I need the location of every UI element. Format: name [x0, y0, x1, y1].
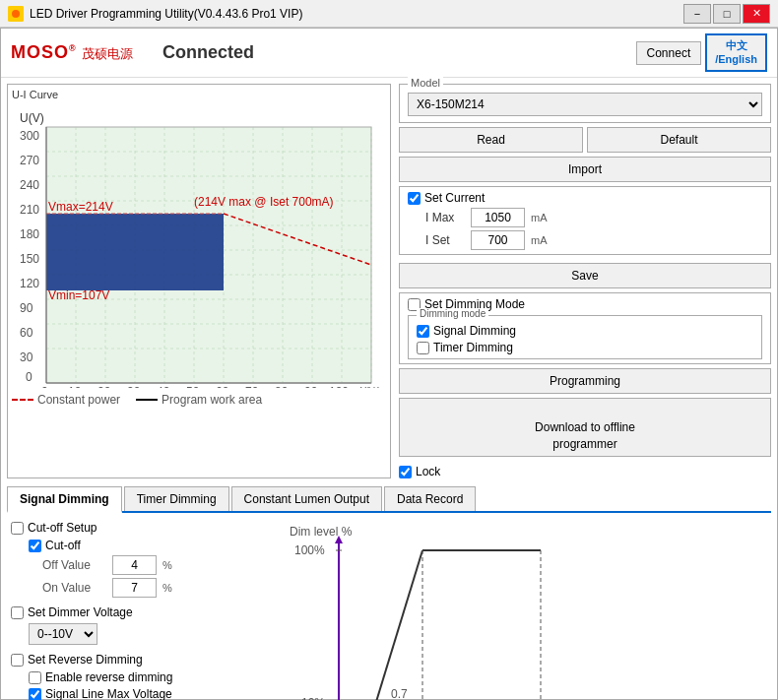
programming-button[interactable]: Programming [399, 368, 771, 394]
minimize-button[interactable]: − [683, 4, 711, 24]
svg-text:100%: 100% [294, 543, 325, 557]
set-dimmer-voltage-checkbox[interactable] [11, 606, 24, 619]
svg-text:Dim level %: Dim level % [290, 525, 353, 539]
timer-dimming-checkbox[interactable] [417, 342, 429, 354]
i-set-row: I Set mA [425, 230, 762, 250]
tab-constant-lumen[interactable]: Constant Lumen Output [231, 486, 382, 511]
voltage-select-row: 0--10V 1--10V [29, 623, 277, 645]
read-button[interactable]: Read [399, 127, 583, 153]
chart-container: U-I Curve U(V) 300 270 240 210 180 150 1… [7, 84, 391, 478]
signal-max-voltage-checkbox[interactable] [29, 688, 41, 700]
svg-text:I(%): I(%) [359, 385, 381, 388]
on-value-input[interactable] [112, 578, 157, 598]
svg-text:90: 90 [20, 301, 33, 315]
svg-text:120: 120 [20, 277, 39, 290]
i-set-label: I Set [425, 233, 465, 247]
y-axis-label: U(V) [20, 111, 44, 125]
tab-signal-dimming[interactable]: Signal Dimming [7, 486, 122, 513]
legend-dash-icon [12, 399, 33, 401]
svg-text:180: 180 [20, 227, 39, 241]
cutoff-checkbox[interactable] [29, 540, 41, 552]
ui-curve-section: U-I Curve U(V) 300 270 240 210 180 150 1… [7, 84, 771, 478]
legend-solid-icon [136, 399, 158, 401]
import-button[interactable]: Import [399, 157, 771, 182]
svg-text:210: 210 [20, 203, 39, 217]
window-controls: − □ ✕ [683, 4, 770, 24]
svg-point-1 [12, 10, 20, 18]
svg-rect-34 [46, 214, 224, 290]
maximize-button[interactable]: □ [713, 4, 741, 24]
off-value-unit: % [162, 559, 172, 571]
tab-content: Cut-off Setup Cut-off Off Value % On Val… [7, 513, 771, 700]
connection-status: Connected [162, 42, 636, 63]
signal-max-voltage-label[interactable]: Signal Line Max Voltage [29, 687, 277, 700]
cutoff-sub: Cut-off Off Value % On Value % [29, 539, 277, 598]
legend-program-area-label: Program work area [162, 393, 262, 407]
language-button[interactable]: 中文 /English [705, 33, 767, 71]
legend-constant-power-label: Constant power [37, 393, 120, 407]
set-reverse-row: Set Reverse Dimming [11, 653, 277, 667]
svg-text:50: 50 [186, 385, 200, 388]
i-max-unit: mA [531, 212, 548, 223]
svg-text:30: 30 [20, 350, 33, 364]
i-max-row: I Max mA [425, 208, 762, 227]
enable-reverse-label[interactable]: Enable reverse dimming [29, 670, 277, 684]
dimming-curve-panel: Dim level % 100% [285, 521, 767, 700]
close-button[interactable]: ✕ [743, 4, 770, 24]
voltage-select[interactable]: 0--10V 1--10V [29, 623, 97, 645]
title-bar: LED Driver Programming Utility(V0.4.43.6… [0, 0, 778, 28]
set-current-label[interactable]: Set Current [408, 191, 762, 205]
svg-text:40: 40 [157, 385, 170, 388]
svg-text:100: 100 [329, 385, 349, 388]
signal-dimming-checkbox[interactable] [417, 325, 429, 338]
dimming-mode-label: Dimming mode [417, 308, 488, 319]
cutoff-label[interactable]: Cut-off [29, 539, 277, 552]
svg-text:0.7: 0.7 [391, 687, 408, 700]
svg-text:(214V max @ Iset 700mA): (214V max @ Iset 700mA) [194, 195, 334, 209]
timer-dimming-label[interactable]: Timer Dimming [417, 341, 753, 354]
svg-text:270: 270 [20, 154, 39, 167]
off-value-input[interactable] [112, 555, 157, 575]
set-reverse-checkbox[interactable] [11, 654, 24, 667]
i-max-label: I Max [425, 211, 465, 224]
svg-text:60: 60 [20, 326, 33, 340]
app-icon [8, 6, 24, 22]
tab-data-record[interactable]: Data Record [384, 486, 476, 511]
logo-moso: MOSO® 茂硕电源 [11, 42, 133, 63]
tab-timer-dimming[interactable]: Timer Dimming [124, 486, 229, 511]
cutoff-setup-label: Cut-off Setup [28, 521, 97, 535]
off-value-row: Off Value % [42, 555, 277, 575]
reverse-sub: Enable reverse dimming Signal Line Max V… [29, 670, 277, 700]
title-bar-text: LED Driver Programming Utility(V0.4.43.6… [30, 7, 683, 21]
svg-line-72 [368, 550, 422, 700]
set-current-group: Set Current I Max mA I Set mA [399, 186, 771, 255]
set-current-checkbox[interactable] [408, 192, 421, 205]
default-button[interactable]: Default [587, 127, 771, 153]
set-dimming-group: Set Dimming Mode Dimming mode Signal Dim… [399, 292, 771, 364]
dimming-curve-chart: Dim level % 100% [285, 521, 600, 700]
i-set-input[interactable] [471, 230, 525, 250]
signal-dimming-label[interactable]: Signal Dimming [417, 324, 753, 338]
legend-program-area: Program work area [136, 393, 262, 407]
lock-checkbox[interactable] [399, 466, 412, 478]
enable-reverse-checkbox[interactable] [29, 671, 41, 684]
lock-row: Lock [399, 465, 771, 478]
lock-label: Lock [416, 465, 440, 478]
main-window: MOSO® 茂硕电源 Connected Connect 中文 /English… [0, 28, 778, 700]
content-area: U-I Curve U(V) 300 270 240 210 180 150 1… [1, 78, 777, 700]
svg-text:0: 0 [41, 385, 48, 388]
tab-bar: Signal Dimming Timer Dimming Constant Lu… [7, 486, 771, 513]
svg-text:60: 60 [216, 385, 229, 388]
cutoff-setup-checkbox[interactable] [11, 522, 24, 535]
legend-constant-power: Constant power [12, 393, 120, 407]
i-max-input[interactable] [471, 208, 525, 227]
dimming-mode-sub: Dimming mode Signal Dimming Timer Dimmin… [408, 315, 762, 359]
connect-button[interactable]: Connect [636, 41, 702, 65]
download-button[interactable]: Download to offline programmer [399, 398, 771, 457]
right-panel: Model X6-150M214 Read Default Import [399, 84, 771, 478]
chart-title: U-I Curve [12, 89, 386, 100]
save-button[interactable]: Save [399, 263, 771, 288]
model-select[interactable]: X6-150M214 [408, 93, 762, 116]
set-dimmer-voltage-label: Set Dimmer Voltage [28, 605, 133, 619]
on-value-unit: % [162, 582, 172, 594]
